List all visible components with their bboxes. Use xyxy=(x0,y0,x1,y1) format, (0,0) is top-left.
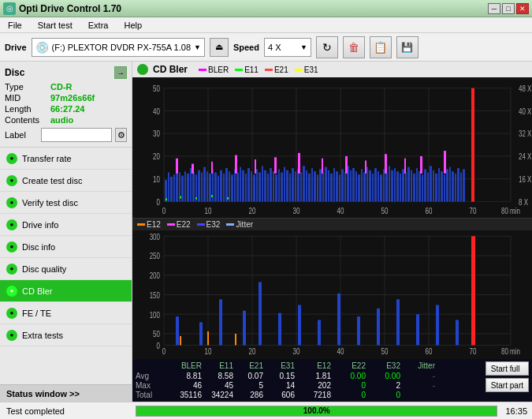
total-e22: 0 xyxy=(331,391,366,399)
svg-rect-128 xyxy=(416,168,418,201)
svg-rect-145 xyxy=(463,169,465,201)
charts-area: 50 40 30 20 10 0 48 X 40 X 32 X 24 X 16 … xyxy=(132,77,532,359)
menu-extra[interactable]: Extra xyxy=(84,19,113,32)
svg-rect-93 xyxy=(319,169,322,201)
col-e11: E11 xyxy=(202,361,233,370)
col-e31: E31 xyxy=(263,361,295,370)
stats-max-row: Max 46 45 5 14 202 0 2 - xyxy=(136,381,482,390)
svg-rect-164 xyxy=(211,195,213,197)
nav-icon-fe-te: ● xyxy=(6,308,17,319)
sidebar-item-extra-tests[interactable]: ● Extra tests xyxy=(0,324,132,346)
svg-rect-107 xyxy=(358,174,360,201)
sidebar-label-create-test-disc: Create test disc xyxy=(22,176,82,185)
svg-rect-135 xyxy=(435,174,437,202)
disc-label-icon[interactable]: ⚙ xyxy=(115,128,127,142)
svg-rect-201 xyxy=(396,299,400,345)
max-e21: 5 xyxy=(233,381,263,390)
sidebar-item-verify-test-disc[interactable]: ● Verify test disc xyxy=(0,192,132,214)
speed-select[interactable]: 4 X▼ xyxy=(264,38,311,57)
svg-rect-155 xyxy=(365,160,366,173)
copy-button[interactable]: 📋 xyxy=(370,36,392,58)
total-e12: 7218 xyxy=(295,391,331,399)
disc-label-input[interactable] xyxy=(41,128,112,142)
svg-rect-89 xyxy=(308,174,311,202)
col-jitter: Jitter xyxy=(400,361,435,370)
svg-text:60: 60 xyxy=(426,346,433,357)
svg-rect-146 xyxy=(176,159,178,174)
svg-rect-39 xyxy=(170,177,173,201)
svg-rect-76 xyxy=(273,171,274,201)
toolbar: Drive 💿 (F:) PLEXTOR DVDR PX-755A 1.08 ▼… xyxy=(0,33,532,62)
svg-text:40: 40 xyxy=(153,106,160,116)
status-window-button[interactable]: Status window >> xyxy=(0,384,132,402)
maximize-button[interactable]: □ xyxy=(502,3,515,14)
svg-rect-207 xyxy=(207,331,209,345)
menu-help[interactable]: Help xyxy=(119,19,147,32)
disc-contents-key: Contents xyxy=(5,115,50,125)
close-button[interactable]: ✕ xyxy=(516,3,529,14)
refresh-button[interactable]: ↻ xyxy=(316,36,338,58)
svg-text:20: 20 xyxy=(153,152,160,162)
svg-rect-102 xyxy=(344,172,346,201)
avg-e22: 0.00 xyxy=(331,372,366,380)
avg-bler: 8.81 xyxy=(166,372,202,380)
svg-rect-41 xyxy=(176,169,178,201)
max-e32: 2 xyxy=(366,381,400,390)
svg-text:50: 50 xyxy=(153,84,160,94)
upper-chart-svg: 50 40 30 20 10 0 48 X 40 X 32 X 24 X 16 … xyxy=(132,77,532,218)
svg-text:0: 0 xyxy=(157,196,160,207)
eject-button[interactable]: ⏏ xyxy=(210,38,229,57)
svg-rect-45 xyxy=(187,174,189,202)
svg-rect-127 xyxy=(413,174,415,202)
legend-e22-color xyxy=(167,223,175,226)
avg-e31: 0.15 xyxy=(263,372,295,380)
svg-rect-105 xyxy=(352,168,355,201)
drive-select[interactable]: 💿 (F:) PLEXTOR DVDR PX-755A 1.08 ▼ xyxy=(32,38,205,57)
start-full-button[interactable]: Start full xyxy=(485,361,529,376)
sidebar-item-transfer-rate[interactable]: ● Transfer rate xyxy=(0,148,132,170)
sidebar-item-fe-te[interactable]: ● FE / TE xyxy=(0,302,132,324)
erase-button[interactable]: 🗑 xyxy=(343,36,365,58)
sidebar-item-drive-info[interactable]: ● Drive info xyxy=(0,214,132,236)
menu-file[interactable]: File xyxy=(3,19,27,32)
col-e22: E22 xyxy=(331,361,366,370)
chart-icon xyxy=(137,64,148,75)
status-text: Test completed xyxy=(0,406,132,416)
legend-e12: E12 xyxy=(137,220,161,229)
max-e12: 202 xyxy=(295,381,331,390)
start-part-button[interactable]: Start part xyxy=(485,378,529,392)
sidebar-item-disc-info[interactable]: ● Disc info xyxy=(0,236,132,258)
stats-avg-row: Avg 8.81 8.58 0.07 0.15 1.81 0.00 0.00 - xyxy=(136,372,482,380)
max-e22: 0 xyxy=(331,381,366,390)
legend-e31-color xyxy=(295,69,303,71)
window-controls: ─ □ ✕ xyxy=(488,3,529,14)
svg-rect-61 xyxy=(231,174,233,201)
upper-legend: BLER E11 E21 E31 xyxy=(199,65,318,74)
svg-text:10: 10 xyxy=(205,205,212,215)
svg-rect-37 xyxy=(165,180,167,201)
svg-rect-118 xyxy=(389,166,390,201)
sidebar-item-cd-bler[interactable]: ● CD Bler xyxy=(0,280,132,302)
nav-icon-disc-quality: ● xyxy=(6,264,17,275)
menu-start-test[interactable]: Start test xyxy=(33,19,77,32)
svg-text:50: 50 xyxy=(381,346,389,357)
avg-e21: 0.07 xyxy=(233,372,263,380)
disc-label-key: Label xyxy=(5,130,41,140)
disc-type-val: CD-R xyxy=(50,82,73,92)
status-bar: Test completed 100.0% 16:35 xyxy=(0,402,532,419)
nav-icon-drive-info: ● xyxy=(6,219,17,230)
disc-arrow-button[interactable]: → xyxy=(114,66,127,79)
svg-rect-51 xyxy=(203,167,206,202)
svg-text:16 X: 16 X xyxy=(519,174,532,185)
avg-e32: 0.00 xyxy=(366,372,400,380)
max-label: Max xyxy=(136,381,166,390)
minimize-button[interactable]: ─ xyxy=(488,3,500,14)
sidebar-item-create-test-disc[interactable]: ● Create test disc xyxy=(0,170,132,192)
svg-rect-109 xyxy=(363,172,366,201)
save-button[interactable]: 💾 xyxy=(396,36,419,58)
svg-rect-203 xyxy=(436,305,439,346)
svg-rect-142 xyxy=(455,174,456,202)
svg-rect-101 xyxy=(341,169,344,201)
sidebar-item-disc-quality[interactable]: ● Disc quality xyxy=(0,258,132,280)
svg-rect-96 xyxy=(328,170,329,202)
